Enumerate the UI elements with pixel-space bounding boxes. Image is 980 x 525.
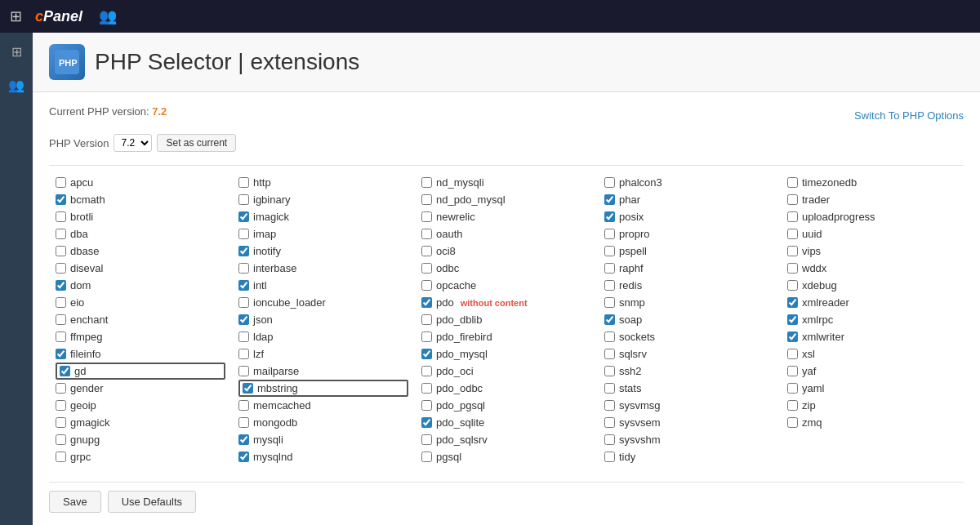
- checkbox-dom[interactable]: [56, 280, 66, 291]
- checkbox-xdebug[interactable]: [787, 280, 798, 291]
- label-propro[interactable]: propro: [619, 228, 650, 240]
- label-nd_mysqli[interactable]: nd_mysqli: [436, 176, 484, 189]
- label-timezonedb[interactable]: timezonedb: [802, 176, 857, 189]
- checkbox-newrelic[interactable]: [421, 211, 432, 222]
- checkbox-yaf[interactable]: [787, 366, 798, 376]
- label-pdo_mysql[interactable]: pdo_mysql: [436, 348, 488, 360]
- label-igbinary[interactable]: igbinary: [253, 194, 291, 206]
- checkbox-pdo_mysql[interactable]: [421, 349, 432, 359]
- checkbox-propro[interactable]: [604, 229, 615, 239]
- label-diseval[interactable]: diseval: [70, 262, 103, 274]
- checkbox-snmp[interactable]: [604, 297, 615, 308]
- label-grpc[interactable]: grpc: [70, 451, 91, 463]
- checkbox-uploadprogress[interactable]: [787, 211, 798, 222]
- checkbox-sockets[interactable]: [604, 331, 615, 342]
- checkbox-phalcon3[interactable]: [604, 177, 615, 188]
- checkbox-pdo[interactable]: [421, 297, 432, 308]
- label-xmlwriter[interactable]: xmlwriter: [802, 331, 844, 343]
- checkbox-imagick[interactable]: [238, 211, 249, 222]
- label-zmq[interactable]: zmq: [802, 416, 822, 429]
- label-pgsql[interactable]: pgsql: [436, 451, 461, 463]
- checkbox-ioncube_loader[interactable]: [238, 297, 249, 308]
- checkbox-xsl[interactable]: [787, 349, 798, 359]
- checkbox-stats[interactable]: [604, 383, 615, 394]
- user-icon[interactable]: 👥: [99, 7, 117, 25]
- label-dbase[interactable]: dbase: [70, 245, 99, 257]
- label-mailparse[interactable]: mailparse: [253, 365, 299, 377]
- label-lzf[interactable]: lzf: [253, 348, 264, 360]
- checkbox-ffmpeg[interactable]: [56, 331, 66, 342]
- checkbox-igbinary[interactable]: [238, 194, 249, 205]
- checkbox-xmlreader[interactable]: [787, 297, 798, 308]
- label-snmp[interactable]: snmp: [619, 296, 645, 309]
- label-uploadprogress[interactable]: uploadprogress: [802, 211, 875, 223]
- checkbox-ssh2[interactable]: [604, 366, 615, 376]
- label-pdo_dblib[interactable]: pdo_dblib: [436, 314, 482, 326]
- label-sqlsrv[interactable]: sqlsrv: [619, 348, 647, 360]
- checkbox-pdo_sqlsrv[interactable]: [421, 434, 432, 445]
- set-as-current-button[interactable]: Set as current: [157, 134, 236, 152]
- checkbox-dbase[interactable]: [56, 246, 66, 256]
- label-posix[interactable]: posix: [619, 211, 644, 223]
- checkbox-sqlsrv[interactable]: [604, 349, 615, 359]
- checkbox-pgsql[interactable]: [421, 452, 432, 462]
- label-imagick[interactable]: imagick: [253, 211, 289, 223]
- checkbox-gnupg[interactable]: [56, 434, 66, 445]
- label-http[interactable]: http: [253, 176, 271, 189]
- label-mysqli[interactable]: mysqli: [253, 434, 283, 446]
- sidebar-user-icon[interactable]: 👥: [5, 74, 28, 96]
- checkbox-oauth[interactable]: [421, 229, 432, 239]
- label-tidy[interactable]: tidy: [619, 451, 635, 463]
- label-oauth[interactable]: oauth: [436, 228, 463, 240]
- sidebar-grid-icon[interactable]: ⊞: [8, 41, 25, 63]
- checkbox-dba[interactable]: [56, 229, 66, 239]
- label-vips[interactable]: vips: [802, 245, 821, 257]
- checkbox-tidy[interactable]: [604, 452, 615, 462]
- label-pspell[interactable]: pspell: [619, 245, 647, 257]
- checkbox-wddx[interactable]: [787, 263, 798, 274]
- checkbox-mysqlnd[interactable]: [238, 452, 249, 462]
- version-dropdown[interactable]: 7.2 7.1 7.0 5.6: [114, 134, 152, 152]
- label-memcached[interactable]: memcached: [253, 399, 311, 412]
- checkbox-opcache[interactable]: [421, 280, 432, 291]
- label-pdo_sqlsrv[interactable]: pdo_sqlsrv: [436, 434, 488, 446]
- label-sockets[interactable]: sockets: [619, 331, 655, 343]
- label-brotli[interactable]: brotli: [70, 211, 93, 223]
- label-gmagick[interactable]: gmagick: [70, 416, 109, 429]
- checkbox-gender[interactable]: [56, 383, 66, 394]
- label-json[interactable]: json: [253, 314, 273, 326]
- checkbox-pdo_firebird[interactable]: [421, 331, 432, 342]
- grid-icon[interactable]: ⊞: [10, 7, 22, 25]
- label-opcache[interactable]: opcache: [436, 279, 476, 291]
- checkbox-oci8[interactable]: [421, 246, 432, 256]
- label-redis[interactable]: redis: [619, 279, 642, 291]
- label-gnupg[interactable]: gnupg: [70, 434, 100, 446]
- label-pdo_sqlite[interactable]: pdo_sqlite: [436, 416, 484, 429]
- label-mbstring[interactable]: mbstring: [257, 382, 298, 394]
- label-newrelic[interactable]: newrelic: [436, 211, 475, 223]
- checkbox-raphf[interactable]: [604, 263, 615, 274]
- label-nd_pdo_mysql[interactable]: nd_pdo_mysql: [436, 194, 506, 206]
- checkbox-json[interactable]: [238, 314, 249, 325]
- checkbox-mongodb[interactable]: [238, 417, 249, 428]
- label-geoip[interactable]: geoip: [70, 399, 96, 412]
- label-gd[interactable]: gd: [74, 365, 86, 377]
- label-dba[interactable]: dba: [70, 228, 88, 240]
- label-ldap[interactable]: ldap: [253, 331, 274, 343]
- label-phalcon3[interactable]: phalcon3: [619, 176, 662, 189]
- checkbox-sysvmsg[interactable]: [604, 400, 615, 411]
- checkbox-mbstring[interactable]: [243, 383, 253, 394]
- checkbox-yaml[interactable]: [787, 383, 798, 394]
- label-sysvmsg[interactable]: sysvmsg: [619, 399, 661, 412]
- checkbox-gmagick[interactable]: [56, 417, 66, 428]
- checkbox-zip[interactable]: [787, 400, 798, 411]
- label-xmlrpc[interactable]: xmlrpc: [802, 314, 833, 326]
- label-ssh2[interactable]: ssh2: [619, 365, 641, 377]
- label-raphf[interactable]: raphf: [619, 262, 644, 274]
- checkbox-pdo_oci[interactable]: [421, 366, 432, 376]
- checkbox-uuid[interactable]: [787, 229, 798, 239]
- label-ffmpeg[interactable]: ffmpeg: [70, 331, 103, 343]
- label-trader[interactable]: trader: [802, 194, 830, 206]
- checkbox-vips[interactable]: [787, 246, 798, 256]
- label-enchant[interactable]: enchant: [70, 314, 108, 326]
